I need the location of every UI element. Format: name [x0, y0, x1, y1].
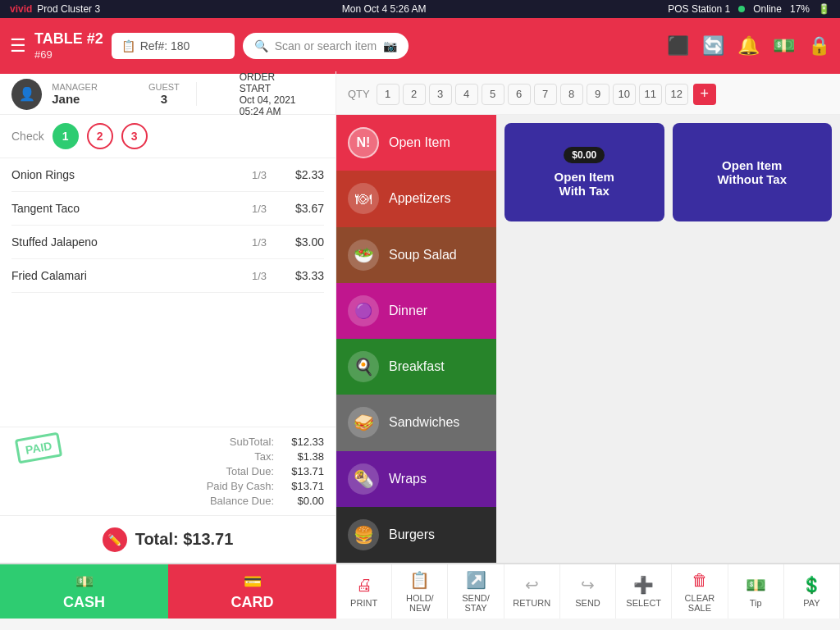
clear-sale-button[interactable]: 🗑 CLEARSALE [672, 564, 728, 619]
table-row[interactable]: Stuffed Jalapeno 1/3 $3.00 [11, 226, 324, 259]
check-label: Check [11, 130, 44, 143]
return-label: RETURN [513, 598, 550, 608]
cash-button[interactable]: 💵 CASH [0, 564, 168, 619]
open-item-with-tax-card[interactable]: $0.00 Open ItemWith Tax [504, 123, 664, 221]
table-row[interactable]: Fried Calamari 1/3 $3.33 [11, 259, 324, 293]
category-wraps[interactable]: 🌯 Wraps [336, 451, 496, 507]
tip-icon: 💵 [746, 575, 766, 595]
open-item-without-tax-card[interactable]: Open ItemWithout Tax [673, 123, 833, 221]
refresh-icon[interactable]: 🔄 [702, 35, 724, 57]
check-2[interactable]: 2 [87, 123, 113, 149]
hold-new-button[interactable]: 📋 HOLD/NEW [392, 564, 448, 619]
category-dinner[interactable]: 🟣 Dinner [336, 283, 496, 339]
return-icon: ↩ [525, 575, 539, 595]
brand-logo: vivid [10, 3, 32, 15]
item-qty: 1/3 [252, 270, 267, 282]
subtotal-label: SubTotal: [230, 436, 274, 448]
print-button[interactable]: 🖨 PRINT [336, 564, 392, 619]
search-placeholder: Scan or search item [275, 39, 377, 52]
qty-6[interactable]: 6 [508, 84, 531, 105]
totals-section: PAID SubTotal: $12.33 Tax: $1.38 Total D… [0, 427, 336, 515]
table-id: #69 [34, 48, 103, 62]
category-sandwiches[interactable]: 🥪 Sandwiches [336, 395, 496, 450]
cat-dinner-label: Dinner [389, 304, 427, 318]
qty-12[interactable]: 12 [665, 84, 688, 105]
total-due-value: $13.71 [279, 465, 324, 477]
manager-section: 👤 MANAGER Jane GUEST 3 ORDER START Oct 0… [0, 71, 336, 117]
cluster-name: Prod Cluster 3 [37, 3, 100, 15]
qty-4[interactable]: 4 [455, 84, 478, 105]
balance-due-label: Balance Due: [210, 495, 274, 507]
qty-3[interactable]: 3 [429, 84, 452, 105]
check-3[interactable]: 3 [121, 123, 148, 149]
item-qty: 1/3 [252, 236, 267, 249]
send-stay-label: SEND/STAY [462, 593, 490, 613]
qty-label: QTY [343, 88, 370, 100]
action-buttons: 🖨 PRINT 📋 HOLD/NEW ↗️ SEND/STAY ↩ RETURN… [336, 564, 840, 619]
item-price: $3.33 [283, 269, 324, 282]
category-breakfast[interactable]: 🍳 Breakfast [336, 339, 496, 395]
check-1[interactable]: 1 [52, 123, 79, 149]
cat-sandwiches-label: Sandwiches [389, 415, 459, 430]
qty-10[interactable]: 10 [613, 84, 636, 105]
total-due-label: Total Due: [226, 465, 274, 477]
category-soup-salad[interactable]: 🥗 Soup Salad [336, 227, 496, 283]
manager-name: Jane [52, 92, 98, 106]
datetime: Mon Oct 4 5:26 AM [342, 3, 427, 15]
cat-soup-salad-label: Soup Salad [389, 248, 457, 262]
layers-icon[interactable]: ⬛ [667, 35, 689, 57]
tip-button[interactable]: 💵 Tip [728, 564, 784, 619]
edit-button[interactable]: ✏️ [103, 527, 127, 552]
select-button[interactable]: ➕ SELECT [616, 564, 672, 619]
ref-input[interactable]: 📋 Ref#: 180 [112, 33, 235, 59]
menu-button[interactable]: ☰ [10, 35, 26, 57]
order-start: ORDER START Oct 04, 2021 05:24 AM [223, 71, 324, 117]
lock-icon[interactable]: 🔒 [808, 35, 830, 57]
table-row[interactable]: Tangent Taco 1/3 $3.67 [11, 192, 324, 226]
guest-label: GUEST [148, 82, 180, 92]
balance-due-value: $0.00 [279, 495, 324, 507]
send-stay-button[interactable]: ↗️ SEND/STAY [448, 564, 504, 619]
pay-label: PAY [803, 598, 819, 608]
category-appetizers[interactable]: 🍽 Appetizers [336, 171, 496, 226]
item-qty: 1/3 [252, 169, 267, 181]
bottom-toolbar: 💵 CASH 💳 CARD 🖨 PRINT 📋 HOLD/NEW ↗️ SEND… [0, 563, 840, 619]
order-items-list: Onion Rings 1/3 $2.33 Tangent Taco 1/3 $… [0, 158, 336, 427]
qty-9[interactable]: 9 [587, 84, 609, 105]
qty-2[interactable]: 2 [403, 84, 426, 105]
menu-items-area: $0.00 Open ItemWith Tax Open ItemWithout… [496, 115, 840, 563]
tax-label: Tax: [254, 450, 274, 463]
qty-5[interactable]: 5 [482, 84, 504, 105]
pay-button[interactable]: 💲 PAY [784, 564, 840, 619]
item-price: $2.33 [283, 168, 324, 181]
cat-appetizers-icon: 🍽 [348, 183, 379, 214]
select-icon: ➕ [633, 575, 654, 595]
category-open-item[interactable]: N! Open Item [336, 115, 496, 171]
manager-label: MANAGER [52, 82, 98, 92]
search-bar[interactable]: 🔍 Scan or search item 📷 [243, 33, 409, 59]
send-stay-icon: ↗️ [466, 570, 486, 590]
send-button[interactable]: ↪ SEND [560, 564, 616, 619]
qty-7[interactable]: 7 [534, 84, 557, 105]
bell-icon[interactable]: 🔔 [737, 35, 760, 57]
card-button[interactable]: 💳 CARD [168, 564, 336, 619]
right-panel: N! Open Item 🍽 Appetizers 🥗 Soup Salad 🟣… [336, 115, 840, 563]
search-icon: 🔍 [254, 39, 268, 52]
category-burgers[interactable]: 🍔 Burgers [336, 507, 496, 563]
qty-1[interactable]: 1 [377, 84, 399, 105]
qty-11[interactable]: 11 [639, 84, 662, 105]
table-row[interactable]: Onion Rings 1/3 $2.33 [11, 158, 324, 192]
card-label: CARD [231, 594, 274, 611]
tip-label: Tip [750, 598, 762, 608]
subtotal-value: $12.33 [279, 436, 324, 448]
qty-plus-button[interactable]: + [693, 84, 716, 105]
hold-new-label: HOLD/NEW [406, 593, 434, 613]
item-name: Onion Rings [11, 168, 235, 181]
total-amount: Total: $13.71 [135, 530, 234, 549]
cat-open-item-label: Open Item [389, 135, 450, 150]
return-button[interactable]: ↩ RETURN [504, 564, 560, 619]
qty-8[interactable]: 8 [560, 84, 583, 105]
item-qty: 1/3 [252, 203, 267, 215]
cash-icon: 💵 [75, 573, 94, 591]
cash-register-icon[interactable]: 💵 [773, 35, 795, 57]
